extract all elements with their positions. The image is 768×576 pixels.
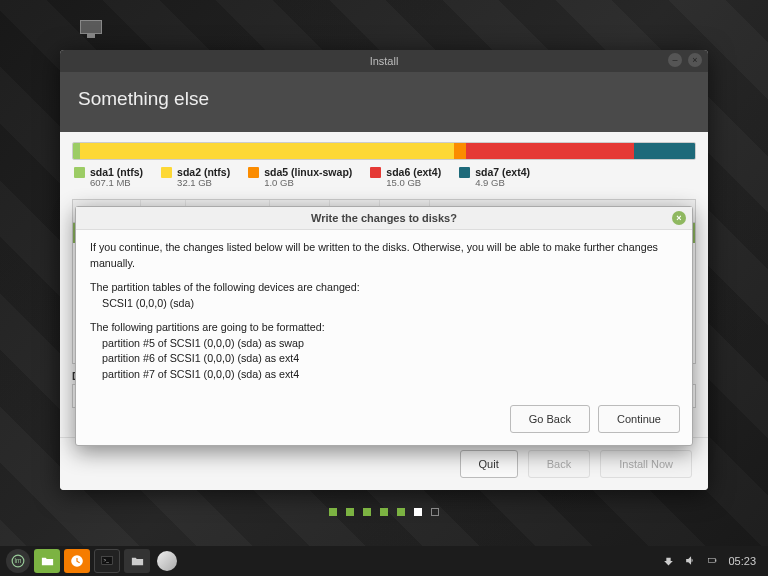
volume-icon[interactable] [684, 554, 697, 569]
partition-segment [634, 143, 695, 159]
partition-segment [73, 143, 80, 159]
dialog-title: Write the changes to disks? × [76, 207, 692, 230]
progress-dots [0, 508, 768, 516]
format-line: partition #5 of SCSI1 (0,0,0) (sda) as s… [90, 336, 678, 352]
svg-text:lm: lm [15, 557, 22, 564]
legend-item: sda7 (ext4)4.9 GB [459, 166, 530, 189]
window-title: Install [370, 55, 399, 67]
taskbar-installer-icon[interactable] [157, 551, 177, 571]
quit-button[interactable]: Quit [460, 450, 518, 478]
svg-text:>_: >_ [104, 558, 110, 563]
partition-segment [466, 143, 634, 159]
legend-item: sda1 (ntfs)607.1 MB [74, 166, 143, 189]
format-line: partition #7 of SCSI1 (0,0,0) (sda) as e… [90, 367, 678, 383]
progress-dot [329, 508, 337, 516]
desktop-icon-monitor[interactable] [80, 20, 102, 38]
progress-dot [397, 508, 405, 516]
taskbar-terminal-icon[interactable]: >_ [94, 549, 120, 573]
dialog-format-heading: The following partitions are going to be… [90, 320, 678, 382]
clock[interactable]: 05:23 [728, 555, 756, 567]
taskbar-folder-icon[interactable] [124, 549, 150, 573]
continue-button[interactable]: Continue [598, 405, 680, 433]
dialog-body: If you continue, the changes listed belo… [76, 230, 692, 395]
legend-item: sda6 (ext4)15.0 GB [370, 166, 441, 189]
install-now-button: Install Now [600, 450, 692, 478]
dialog-footer: Go Back Continue [76, 395, 692, 445]
progress-dot [431, 508, 439, 516]
format-line: partition #6 of SCSI1 (0,0,0) (sda) as e… [90, 351, 678, 367]
confirm-write-dialog: Write the changes to disks? × If you con… [75, 206, 693, 446]
start-menu-icon[interactable]: lm [6, 549, 30, 573]
legend-item: sda5 (linux-swap)1.0 GB [248, 166, 352, 189]
dialog-close-icon[interactable]: × [672, 211, 686, 225]
go-back-button[interactable]: Go Back [510, 405, 590, 433]
taskbar[interactable]: lm >_ 05:23 [0, 546, 768, 576]
legend-item: sda2 (ntfs)32.1 GB [161, 166, 230, 189]
taskbar-update-icon[interactable] [64, 549, 90, 573]
taskbar-files-icon[interactable] [34, 549, 60, 573]
system-tray[interactable]: 05:23 [662, 554, 762, 569]
svg-rect-4 [709, 558, 716, 562]
partition-segment [80, 143, 453, 159]
window-titlebar: Install – × [60, 50, 708, 72]
close-button[interactable]: × [688, 53, 702, 67]
progress-dot [346, 508, 354, 516]
progress-dot [380, 508, 388, 516]
progress-dot [363, 508, 371, 516]
partition-segment [454, 143, 466, 159]
dialog-intro: If you continue, the changes listed belo… [90, 240, 678, 271]
svg-rect-5 [716, 559, 717, 561]
battery-icon[interactable] [706, 554, 719, 569]
dialog-tables-heading: The partition tables of the following de… [90, 280, 678, 311]
partition-legend: sda1 (ntfs)607.1 MBsda2 (ntfs)32.1 GBsda… [72, 160, 696, 199]
minimize-button[interactable]: – [668, 53, 682, 67]
back-button: Back [528, 450, 590, 478]
partition-usage-bar [72, 142, 696, 160]
network-icon[interactable] [662, 554, 675, 569]
progress-dot [414, 508, 422, 516]
page-heading: Something else [60, 72, 708, 132]
